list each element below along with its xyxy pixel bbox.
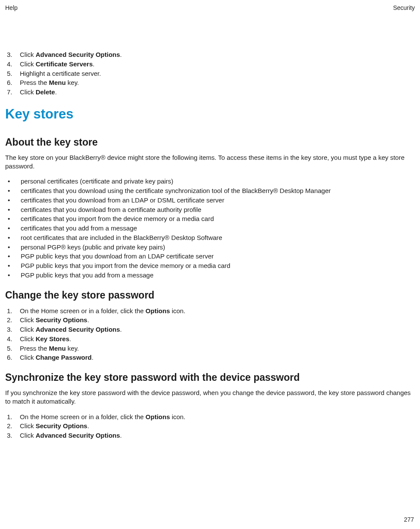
bullet-icon: • <box>5 233 21 243</box>
step-text: Press the Menu key. <box>20 344 79 353</box>
list-item: •certificates that you download from an … <box>5 196 415 205</box>
list-item: 2.Click Security Options. <box>5 421 415 431</box>
step-number: 2. <box>5 315 20 325</box>
list-item: 6.Press the Menu key. <box>5 78 415 87</box>
bullet-text: certificates that you download from a ce… <box>21 205 201 215</box>
bullet-icon: • <box>5 224 21 233</box>
list-item: 7.Click Delete. <box>5 87 415 97</box>
list-item: 3.Click Advanced Security Options. <box>5 50 415 59</box>
list-item: 3.Click Advanced Security Options. <box>5 325 415 334</box>
bold-term: Change Password <box>36 354 92 361</box>
sync-paragraph: If you synchronize the key store passwor… <box>5 389 415 406</box>
bold-term: Menu <box>49 345 66 352</box>
step-text: Click Security Options. <box>20 315 89 325</box>
bullet-text: personal certificates (certificate and p… <box>21 177 173 186</box>
list-item: 3.Click Advanced Security Options. <box>5 431 415 440</box>
bold-term: Advanced Security Options <box>36 432 120 439</box>
header-right: Security <box>393 4 415 11</box>
header-left: Help <box>5 4 18 11</box>
step-number: 1. <box>5 306 20 316</box>
step-number: 5. <box>5 69 20 78</box>
bullet-icon: • <box>5 205 21 215</box>
list-item: •certificates that you download using th… <box>5 186 415 196</box>
bold-term: Certificate Servers <box>36 60 93 68</box>
subheading-about-key-store: About the key store <box>5 137 415 148</box>
step-number: 5. <box>5 344 20 353</box>
step-text: On the Home screen or in a folder, click… <box>20 412 185 422</box>
about-paragraph: The key store on your BlackBerry® device… <box>5 153 415 171</box>
list-item: •personal PGP® keys (public and private … <box>5 243 415 252</box>
step-number: 4. <box>5 334 20 344</box>
step-text: On the Home screen or in a folder, click… <box>20 306 185 316</box>
continued-steps: 3.Click Advanced Security Options.4.Clic… <box>5 50 415 97</box>
bullet-text: PGP public keys that you download from a… <box>21 252 214 261</box>
list-item: 6.Click Change Password. <box>5 353 415 362</box>
bold-term: Security Options <box>36 422 87 429</box>
bullet-icon: • <box>5 252 21 261</box>
step-text: Highlight a certificate server. <box>20 69 101 78</box>
bold-term: Delete <box>36 88 55 96</box>
list-item: •certificates that you add from a messag… <box>5 224 415 233</box>
bullet-text: root certificates that are included in t… <box>21 233 222 243</box>
bullet-icon: • <box>5 177 21 186</box>
bullet-icon: • <box>5 271 21 280</box>
step-number: 3. <box>5 431 20 440</box>
bold-term: Advanced Security Options <box>36 51 120 58</box>
list-item: 2.Click Security Options. <box>5 315 415 325</box>
step-text: Click Key Stores. <box>20 334 71 344</box>
step-number: 3. <box>5 50 20 59</box>
document-page: Help Security 3.Click Advanced Security … <box>0 0 420 529</box>
step-text: Click Advanced Security Options. <box>20 50 122 59</box>
list-item: 1.On the Home screen or in a folder, cli… <box>5 412 415 422</box>
section-heading-key-stores: Key stores <box>5 106 415 122</box>
bullet-icon: • <box>5 186 21 196</box>
step-number: 1. <box>5 412 20 422</box>
step-number: 6. <box>5 78 20 87</box>
bullet-icon: • <box>5 196 21 205</box>
bold-term: Options <box>146 307 170 314</box>
bullet-text: certificates that you download using the… <box>21 186 331 196</box>
step-text: Click Certificate Servers. <box>20 59 94 69</box>
subheading-change-password: Change the key store password <box>5 289 415 301</box>
step-number: 7. <box>5 87 20 97</box>
list-item: •PGP public keys that you download from … <box>5 252 415 261</box>
bold-term: Menu <box>49 79 66 86</box>
list-item: 5.Press the Menu key. <box>5 344 415 353</box>
subheading-sync-password: Synchronize the key store password with … <box>5 372 415 383</box>
step-number: 4. <box>5 59 20 69</box>
list-item: 4.Click Key Stores. <box>5 334 415 344</box>
change-steps: 1.On the Home screen or in a folder, cli… <box>5 306 415 363</box>
step-text: Click Delete. <box>20 87 57 97</box>
list-item: •root certificates that are included in … <box>5 233 415 243</box>
bullet-text: certificates that you download from an L… <box>21 196 224 205</box>
bullet-text: certificates that you import from the de… <box>21 214 214 224</box>
about-bullet-list: •personal certificates (certificate and … <box>5 177 415 280</box>
list-item: 5.Highlight a certificate server. <box>5 69 415 78</box>
bold-term: Key Stores <box>36 335 69 342</box>
step-number: 2. <box>5 421 20 431</box>
bullet-text: PGP public keys that you import from the… <box>21 261 230 271</box>
step-number: 6. <box>5 353 20 362</box>
step-text: Click Security Options. <box>20 421 89 431</box>
bullet-icon: • <box>5 214 21 224</box>
page-header: Help Security <box>5 4 415 11</box>
list-item: •personal certificates (certificate and … <box>5 177 415 186</box>
list-item: •PGP public keys that you add from a mes… <box>5 271 415 280</box>
sync-steps: 1.On the Home screen or in a folder, cli… <box>5 412 415 440</box>
bullet-text: personal PGP® keys (public and private k… <box>21 243 165 252</box>
step-text: Click Change Password. <box>20 353 93 362</box>
list-item: 1.On the Home screen or in a folder, cli… <box>5 306 415 316</box>
list-item: 4.Click Certificate Servers. <box>5 59 415 69</box>
list-item: •PGP public keys that you import from th… <box>5 261 415 271</box>
step-text: Click Advanced Security Options. <box>20 431 122 440</box>
list-item: •certificates that you download from a c… <box>5 205 415 215</box>
bullet-icon: • <box>5 261 21 271</box>
bold-term: Options <box>146 413 170 420</box>
bold-term: Security Options <box>36 316 87 324</box>
step-text: Click Advanced Security Options. <box>20 325 122 334</box>
page-number: 277 <box>404 516 414 523</box>
step-number: 3. <box>5 325 20 334</box>
bullet-icon: • <box>5 243 21 252</box>
bullet-text: PGP public keys that you add from a mess… <box>21 271 153 280</box>
step-text: Press the Menu key. <box>20 78 79 87</box>
